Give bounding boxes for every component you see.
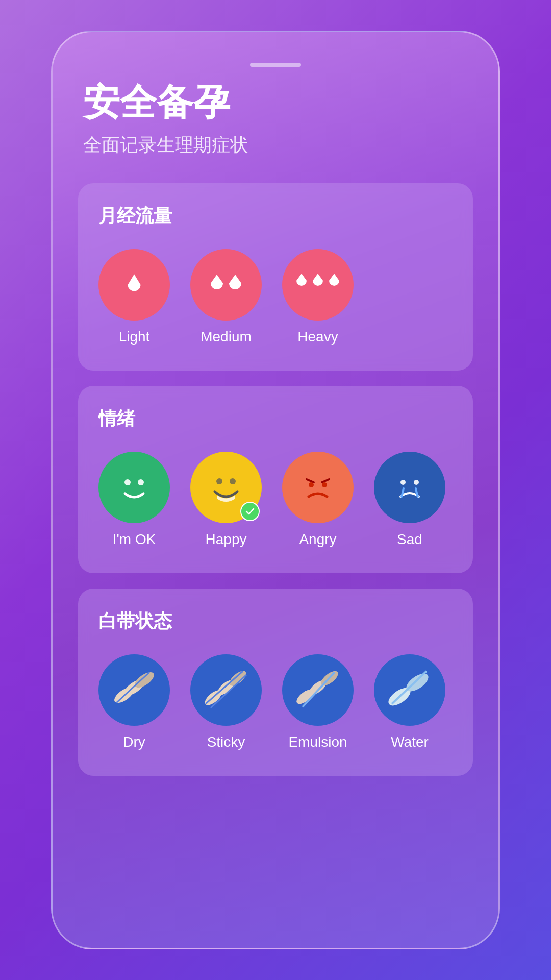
discharge-label-sticky: Sticky	[207, 734, 245, 750]
mood-label-happy: Happy	[206, 531, 247, 548]
mood-item-happy[interactable]: Happy	[190, 452, 262, 548]
mood-item-ok[interactable]: I'm OK	[98, 452, 170, 548]
discharge-items-row: Dry Sticky	[98, 654, 453, 750]
flow-circle-light	[98, 249, 170, 321]
emotion-circle-angry	[282, 452, 354, 523]
discharge-item-dry[interactable]: Dry	[98, 654, 170, 750]
status-bar	[78, 63, 473, 67]
discharge-item-sticky[interactable]: Sticky	[190, 654, 262, 750]
mood-label-sad: Sad	[397, 531, 422, 548]
mood-item-sad[interactable]: Sad	[374, 452, 445, 548]
discharge-item-emulsion[interactable]: Emulsion	[282, 654, 354, 750]
svg-point-6	[309, 482, 314, 487]
flow-card: 月经流量 Light Medium	[78, 183, 473, 371]
flow-items-row: Light Medium	[98, 249, 453, 345]
discharge-title: 白带状态	[98, 609, 453, 634]
svg-line-5	[322, 479, 329, 482]
discharge-label-emulsion: Emulsion	[288, 734, 347, 750]
svg-line-22	[303, 672, 335, 707]
svg-point-1	[138, 479, 144, 485]
svg-line-13	[116, 672, 149, 703]
flow-title: 月经流量	[98, 204, 453, 229]
discharge-circle-sticky	[190, 654, 262, 726]
svg-point-2	[216, 478, 222, 484]
svg-point-9	[414, 480, 419, 485]
flow-circle-heavy	[282, 249, 354, 321]
flow-item-medium[interactable]: Medium	[190, 249, 262, 345]
emotion-circle-happy	[190, 452, 262, 523]
discharge-circle-dry	[98, 654, 170, 726]
flow-label-heavy: Heavy	[297, 329, 338, 345]
flow-item-heavy[interactable]: Heavy	[282, 249, 354, 345]
header: 安全备孕 全面记录生理期症状	[78, 82, 473, 158]
app-subtitle: 全面记录生理期症状	[83, 133, 473, 158]
emotion-circle-sad	[374, 452, 445, 523]
discharge-label-dry: Dry	[123, 734, 145, 750]
mood-items-row: I'm OK Happy	[98, 452, 453, 548]
svg-line-17	[206, 671, 243, 704]
svg-point-8	[400, 480, 406, 485]
flow-label-medium: Medium	[201, 329, 252, 345]
svg-point-3	[230, 478, 236, 484]
flow-label-light: Light	[119, 329, 150, 345]
mood-title: 情绪	[98, 406, 453, 431]
mood-item-angry[interactable]: Angry	[282, 452, 354, 548]
happy-check-badge	[240, 502, 260, 521]
mood-label-angry: Angry	[299, 531, 336, 548]
discharge-circle-water	[374, 654, 445, 726]
discharge-circle-emulsion	[282, 654, 354, 726]
status-pill	[250, 63, 301, 67]
svg-point-7	[322, 482, 327, 487]
app-title: 安全备孕	[83, 82, 473, 122]
mood-label-ok: I'm OK	[113, 531, 156, 548]
flow-circle-medium	[190, 249, 262, 321]
flow-item-light[interactable]: Light	[98, 249, 170, 345]
mood-card: 情绪 I'm OK	[78, 386, 473, 573]
discharge-label-water: Water	[391, 734, 429, 750]
discharge-item-water[interactable]: Water	[374, 654, 445, 750]
emotion-circle-ok	[98, 452, 170, 523]
svg-point-0	[124, 479, 131, 485]
svg-line-25	[392, 671, 427, 704]
phone-frame: 安全备孕 全面记录生理期症状 月经流量 Light	[51, 31, 500, 949]
svg-line-4	[307, 479, 314, 482]
discharge-card: 白带状态 Dry	[78, 589, 473, 776]
